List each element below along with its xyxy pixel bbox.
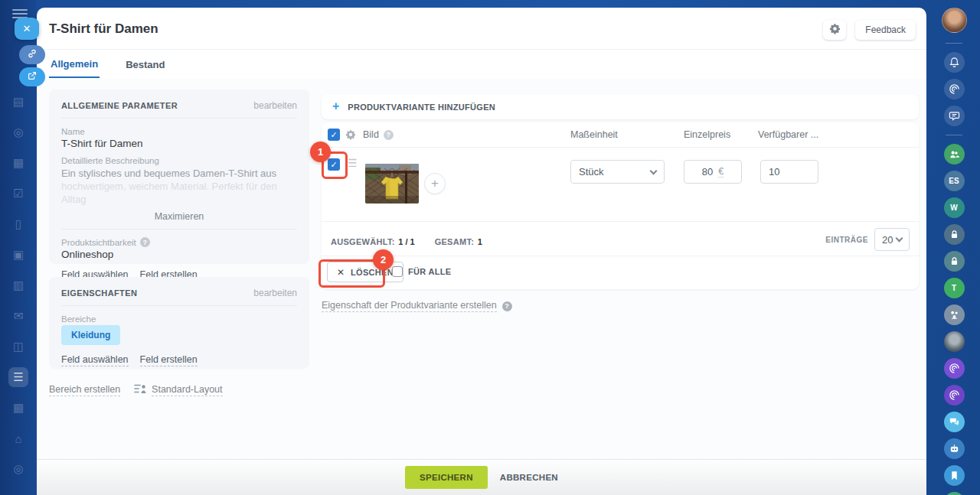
variants-table: ✓ Bild ? Maßeinheit Einzelpreis Verfügba… <box>322 122 919 289</box>
total-label: GESAMT: <box>435 237 475 246</box>
channel-chat-icon[interactable] <box>944 412 965 432</box>
chat-w[interactable]: W <box>944 197 965 218</box>
description-text-faded[interactable]: hochwertigem, weichem Material. Perfekt … <box>61 180 297 206</box>
feed-icon[interactable]: ▤ <box>8 92 28 112</box>
docs-icon[interactable]: ▯ <box>8 214 28 234</box>
maximize-button[interactable]: Maximieren <box>61 206 297 230</box>
tab-bar: Allgemein Bestand <box>37 50 926 79</box>
entries-per-page-select[interactable]: 20 <box>874 228 910 251</box>
marketing-icon[interactable]: ◎ <box>8 459 28 479</box>
product-slideover: T-Shirt für Damen Feedback Allgemein Bes… <box>37 8 926 495</box>
bot-chat-icon[interactable] <box>944 438 965 459</box>
boards-icon[interactable]: ▣ <box>8 245 28 265</box>
tab-allgemein[interactable]: Allgemein <box>49 50 100 78</box>
column-unit[interactable]: Maßeinheit <box>570 129 618 140</box>
news-chat-icon[interactable] <box>944 492 965 495</box>
settings-icon[interactable]: ⚙ <box>8 490 28 495</box>
table-actions-row: ✕ LÖSCHEN FÜR ALLE <box>322 256 919 288</box>
annotation-step-1: 1 <box>310 142 331 162</box>
sites-icon[interactable]: ⌂ <box>8 428 28 448</box>
unit-value: Stück <box>579 166 604 177</box>
annotation-step-2: 2 <box>373 249 394 270</box>
app-stage: ▤◎▦☑▯▣▥✉◫☰▦⌂◎⚙ ✕ ESWT T-Shirt für Damen … <box>0 0 980 495</box>
select-all-checkbox[interactable]: ✓ <box>328 129 340 141</box>
user-avatar[interactable] <box>942 8 967 33</box>
gear-icon <box>829 23 841 37</box>
column-available[interactable]: Verfügbarer ... <box>758 129 818 140</box>
row-checkbox[interactable]: ✓ <box>328 158 340 171</box>
description-text[interactable]: Ein stylisches und bequemes Damen-T-Shir… <box>61 167 297 180</box>
column-settings-icon[interactable] <box>345 129 356 143</box>
copy-link-button[interactable] <box>19 45 45 64</box>
calendar-icon[interactable]: ▦ <box>8 153 28 173</box>
column-price[interactable]: Einzelpreis <box>684 129 730 140</box>
messenger-rail: ESWT <box>936 0 972 495</box>
help-icon[interactable]: ? <box>384 130 394 140</box>
automation-icon[interactable]: ▦ <box>8 398 28 418</box>
group-chat-icon[interactable] <box>944 144 965 164</box>
panel-footer: SPEICHERN ABBRECHEN <box>37 459 926 495</box>
contact-avatar[interactable] <box>944 331 965 352</box>
sections-label: Bereiche <box>61 314 297 324</box>
messenger-icon[interactable]: ◎ <box>8 122 28 142</box>
add-variant-button[interactable]: + PRODUKTVARIANTE HINZUFÜGEN <box>322 94 919 119</box>
open-new-window-button[interactable] <box>19 67 45 86</box>
name-label: Name <box>61 127 297 136</box>
checkbox-unchecked[interactable] <box>392 266 403 277</box>
tab-bestand[interactable]: Bestand <box>124 51 166 77</box>
copilot-chat-icon[interactable] <box>944 358 965 379</box>
edit-link[interactable]: bearbeiten <box>253 288 297 298</box>
select-field-link[interactable]: Feld auswählen <box>61 354 129 366</box>
mail-icon[interactable]: ✉ <box>8 306 28 326</box>
private-chat-icon[interactable] <box>944 224 965 245</box>
table-summary-row: AUSGEWÄHLT: 1 / 1 GESAMT: 1 EINTRÄGE 20 <box>322 222 919 256</box>
edit-link[interactable]: bearbeiten <box>253 100 297 111</box>
copilot-icon[interactable] <box>944 79 965 99</box>
crm-icon[interactable]: ☰ <box>8 367 28 387</box>
name-value[interactable]: T-Shirt für Damen <box>61 138 297 149</box>
help-icon[interactable]: ? <box>140 237 150 247</box>
card-title: ALLGEMEINE PARAMETER <box>61 101 178 110</box>
chat-t[interactable]: T <box>944 278 965 298</box>
entries-value: 20 <box>882 234 893 246</box>
link-icon <box>27 48 38 62</box>
messenger-icon[interactable] <box>944 106 965 126</box>
delete-x-icon: ✕ <box>337 267 345 278</box>
save-button[interactable]: SPEICHERN <box>405 466 488 489</box>
column-image[interactable]: Bild <box>363 129 379 140</box>
notifications-icon[interactable] <box>944 52 965 73</box>
add-image-button[interactable]: + <box>424 173 446 194</box>
general-parameters-card: ALLGEMEINE PARAMETER bearbeiten Name T-S… <box>49 90 309 264</box>
help-icon[interactable]: ? <box>502 301 512 311</box>
workgroups-icon[interactable]: ◫ <box>8 337 28 357</box>
product-image[interactable] <box>365 164 419 204</box>
standard-layout-link[interactable]: Standard-Layout <box>152 384 222 396</box>
drag-handle-icon[interactable]: ☰ <box>348 157 358 169</box>
currency-selector[interactable]: € <box>718 166 724 177</box>
cancel-button[interactable]: ABBRECHEN <box>500 473 558 482</box>
visibility-value[interactable]: Onlineshop <box>61 249 297 260</box>
available-input[interactable]: 10 <box>760 160 818 184</box>
price-value: 80 <box>702 166 713 177</box>
available-value: 10 <box>769 166 779 177</box>
for-all-checkbox[interactable]: FÜR ALLE <box>392 266 451 277</box>
saved-messages-icon[interactable] <box>944 465 965 486</box>
create-field-link[interactable]: Feld erstellen <box>140 354 198 366</box>
close-slider-button[interactable]: ✕ <box>15 18 39 40</box>
settings-button[interactable] <box>823 20 846 40</box>
unit-select[interactable]: Stück <box>570 160 665 184</box>
price-input[interactable]: 80 € <box>684 160 742 184</box>
create-variant-property-link[interactable]: Eigenschaft der Produktvariante erstelle… <box>322 300 497 312</box>
create-section-link[interactable]: Bereich erstellen <box>49 384 120 396</box>
section-badge-kleidung[interactable]: Kleidung <box>61 325 120 345</box>
selected-value: 1 / 1 <box>398 237 414 246</box>
page-title: T-Shirt für Damen <box>49 21 158 37</box>
total-value: 1 <box>478 237 482 246</box>
copilot-chat-icon[interactable] <box>944 385 965 405</box>
private-chat-icon[interactable] <box>944 251 965 272</box>
feedback-button[interactable]: Feedback <box>855 20 916 40</box>
group-avatars-icon[interactable] <box>944 304 965 325</box>
chat-es[interactable]: ES <box>944 171 965 191</box>
tasks-icon[interactable]: ☑ <box>8 184 28 204</box>
drive-icon[interactable]: ▥ <box>8 275 28 295</box>
